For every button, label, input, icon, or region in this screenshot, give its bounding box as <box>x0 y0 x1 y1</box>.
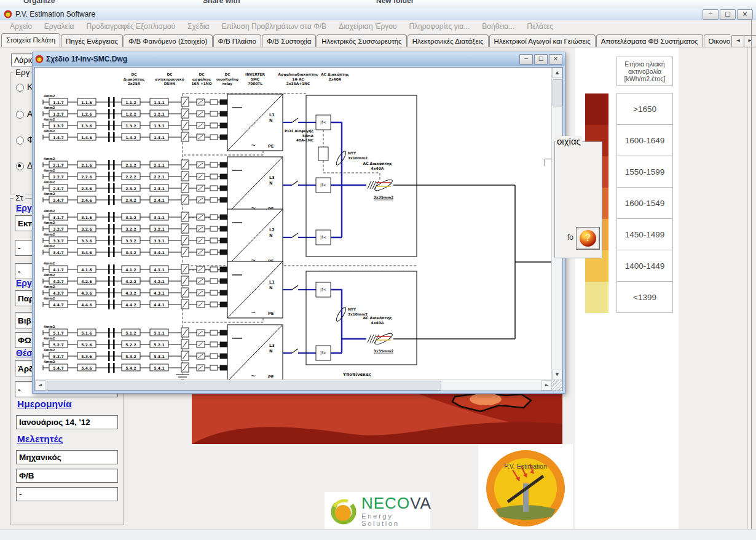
svg-text:|f<: |f< <box>320 183 326 188</box>
svg-text:4mm2: 4mm2 <box>44 296 55 300</box>
svg-text:Ασφαλειοδιακόπτης: Ασφαλειοδιακόπτης <box>278 73 318 77</box>
tab-5[interactable]: Φ/Β Συστοιχία <box>262 34 316 47</box>
radio-option-2[interactable] <box>16 111 24 119</box>
maximize-button[interactable]: □ <box>720 9 736 20</box>
designer-input-3[interactable] <box>16 487 118 501</box>
menu-item-1[interactable]: Αρχείο <box>4 22 38 31</box>
menu-item-9[interactable]: Πελάτες <box>521 22 559 31</box>
svg-text:N: N <box>269 349 273 354</box>
scroll-right-icon[interactable]: ► <box>541 380 552 391</box>
tab-8[interactable]: Ηλεκτρικοί Αγωγοί και Γειώσεις <box>489 34 596 47</box>
child-maximize-button[interactable]: □ <box>534 54 548 65</box>
vertical-scroll-thumb[interactable] <box>553 79 562 106</box>
svg-text:1.3.2: 1.3.2 <box>125 124 136 128</box>
svg-text:4mm2: 4mm2 <box>44 129 55 133</box>
svg-text:1Φ AC: 1Φ AC <box>292 77 304 81</box>
minimize-button[interactable]: − <box>703 9 719 20</box>
svg-text:L1: L1 <box>269 113 275 117</box>
child-close-button[interactable]: × <box>549 54 562 65</box>
menu-item-6[interactable]: Διαχείριση Έργου <box>333 22 403 31</box>
svg-text:N: N <box>269 118 273 123</box>
question-icon: ? <box>580 230 596 247</box>
svg-text:N: N <box>269 285 273 290</box>
svg-text:4mm2: 4mm2 <box>44 273 55 277</box>
scroll-up-icon[interactable]: ▲ <box>552 68 562 78</box>
colorbar-segment-7 <box>585 282 608 313</box>
menu-item-7[interactable]: Πληροφορίες για... <box>403 22 476 31</box>
child-minimize-button[interactable]: − <box>519 54 533 65</box>
tab-4[interactable]: Φ/Β Πλαίσιο <box>213 34 261 47</box>
svg-text:3.4.1: 3.4.1 <box>154 250 164 255</box>
tab-3[interactable]: Φ/Β Φαινόμενο (Στοιχείο) <box>124 34 213 47</box>
legend-range-6: 1400-1449 <box>616 250 673 282</box>
svg-text:3x10mm2: 3x10mm2 <box>348 312 368 316</box>
menu-item-5[interactable]: Επίλυση Προβλημάτων στα Φ/Β <box>215 22 333 31</box>
tab-9[interactable]: Αποτελέσματα ΦΒ Συστήματος <box>596 34 703 47</box>
svg-text:1.2.2: 1.2.2 <box>125 112 136 116</box>
svg-text:40A-1NC: 40A-1NC <box>296 138 313 142</box>
help-button[interactable]: ? <box>576 227 600 250</box>
legend-range-7: <1399 <box>616 281 673 313</box>
designer-input-1[interactable] <box>16 450 118 464</box>
svg-text:2.1.6: 2.1.6 <box>81 163 92 167</box>
drawing-window-titlebar[interactable]: Σχέδιο 1f-inv-SMC.Dwg <box>33 52 565 66</box>
sidebar-link-1[interactable]: Εργ <box>16 203 32 213</box>
resize-grip[interactable] <box>552 380 562 391</box>
horizontal-scroll-thumb[interactable] <box>47 381 441 391</box>
svg-text:4mm2: 4mm2 <box>44 221 55 224</box>
menu-item-2[interactable]: Εργαλεία <box>38 22 81 31</box>
svg-text:2.2.6: 2.2.6 <box>81 175 92 179</box>
radio-option-1[interactable] <box>16 84 24 92</box>
date-input[interactable] <box>16 415 118 429</box>
sidebar-link-5[interactable]: Εργ <box>16 278 32 288</box>
svg-text:4mm2: 4mm2 <box>44 157 55 161</box>
menu-item-3[interactable]: Προδιαγραφές Εξοπλισμού <box>81 22 182 31</box>
close-button[interactable]: × <box>737 9 753 20</box>
svg-text:N: N <box>269 181 273 186</box>
svg-text:4.1.2: 4.1.2 <box>125 268 136 272</box>
sidebar-link-9[interactable]: Θέσ <box>16 348 33 358</box>
screen: OrganizeShare withNew folder P.V. Estima… <box>0 0 756 540</box>
svg-text:3.4.7: 3.4.7 <box>53 250 63 255</box>
tab-scroll-right-icon[interactable]: ► <box>744 35 756 47</box>
svg-text:2.4.2: 2.4.2 <box>125 198 136 202</box>
tab-6[interactable]: Ηλεκτρικός Συσσωρευτής <box>317 34 406 47</box>
svg-text:4x40A: 4x40A <box>371 320 384 325</box>
scroll-down-icon[interactable]: ▼ <box>552 370 562 380</box>
radio-option-4[interactable] <box>16 162 24 170</box>
designer-input-2[interactable] <box>16 469 118 483</box>
svg-text:4mm2: 4mm2 <box>44 261 55 265</box>
svg-text:5.2.1: 5.2.1 <box>154 343 164 347</box>
svg-text:4mm2: 4mm2 <box>44 336 55 340</box>
legend-range-3: 1550-1599 <box>616 156 673 188</box>
svg-text:4.2.7: 4.2.7 <box>53 279 63 284</box>
horizontal-scrollbar[interactable]: ◄ ► <box>35 379 552 391</box>
solar-map-image <box>192 394 562 444</box>
svg-text:AC Διακόπτης: AC Διακόπτης <box>321 73 349 77</box>
svg-text:4mm2: 4mm2 <box>44 360 55 363</box>
app-titlebar[interactable]: P.V. Estimation Software <box>0 9 756 20</box>
necova-name: NECOVA <box>361 495 431 511</box>
svg-text:4.1.7: 4.1.7 <box>53 268 63 272</box>
tab-7[interactable]: Ηλεκτρονικές Διατάξεις <box>408 34 489 47</box>
app-icon <box>4 10 12 18</box>
svg-text:1.3.1: 1.3.1 <box>154 124 164 128</box>
radio-option-3[interactable] <box>16 137 24 145</box>
tab-2[interactable]: Πηγές Ενέργειας <box>61 34 123 47</box>
scroll-left-icon[interactable]: ◄ <box>35 380 45 391</box>
menu-item-8[interactable]: Βοήθεια... <box>476 22 521 31</box>
designers-link[interactable]: Μελετητές <box>17 434 63 445</box>
svg-text:2.4.7: 2.4.7 <box>53 198 63 202</box>
drawing-window-title: Σχέδιο 1f-inv-SMC.Dwg <box>46 55 127 63</box>
menu-item-4[interactable]: Σχέδια <box>181 22 215 31</box>
svg-text:3.3.2: 3.3.2 <box>125 239 136 243</box>
tab-1[interactable]: Στοιχεία Πελάτη <box>1 33 60 47</box>
tab-10[interactable]: Οικονομική Α <box>704 34 730 47</box>
svg-text:4.3.6: 4.3.6 <box>81 291 92 295</box>
document-icon <box>35 55 44 63</box>
necova-icon <box>329 496 358 526</box>
svg-text:3.2.2: 3.2.2 <box>125 227 136 231</box>
tab-scroll-left-icon[interactable]: ◄ <box>731 35 744 47</box>
date-link[interactable]: Ημερομηνία <box>17 399 72 410</box>
svg-text:1.1.6: 1.1.6 <box>81 100 92 105</box>
